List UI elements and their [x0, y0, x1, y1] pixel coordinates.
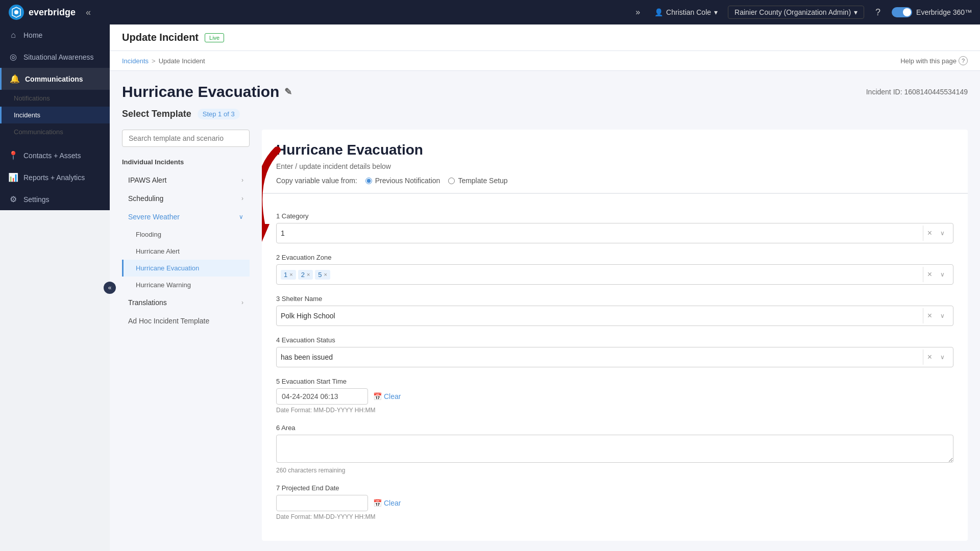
step-label: Step 1 of 3 [198, 109, 240, 119]
template-group-translations-header[interactable]: Translations › [122, 293, 250, 312]
sidebar-item-home[interactable]: ⌂ Home [0, 24, 110, 46]
field-category: 1 Category 1 × ∨ [276, 212, 953, 243]
field-evacuation-status-clear-button[interactable]: × [923, 349, 936, 365]
field-shelter-name-clear-button[interactable]: × [923, 308, 936, 323]
forward-nav-button[interactable]: » [631, 6, 644, 19]
form-header: Hurricane Evacuation Enter / update inci… [262, 130, 968, 193]
sidebar-sub-incidents[interactable]: Incidents [0, 107, 110, 123]
field-projected-end-date-clear-button[interactable]: 📅 Clear [373, 499, 401, 507]
field-category-chevron-button[interactable]: ∨ [936, 227, 949, 240]
tag-zone-5-remove[interactable]: × [324, 271, 327, 278]
incident-title-text: Hurricane Evacuation [122, 83, 279, 101]
help-button[interactable]: ? [870, 5, 886, 20]
sidebar-collapse-button[interactable]: « [104, 282, 116, 294]
field-projected-end-date: 7 Projected End Date 📅 Clear Date Fo [276, 484, 953, 520]
severe-weather-chevron-icon: ∨ [239, 213, 243, 220]
ipaws-label: IPAWS Alert [128, 176, 166, 184]
sidebar-sub-communications[interactable]: Communications [0, 123, 110, 140]
template-list: IPAWS Alert › Scheduling › [122, 171, 250, 541]
sidebar-item-reports-analytics[interactable]: 📊 Reports + Analytics [0, 166, 110, 188]
search-input[interactable] [122, 130, 250, 147]
field-evacuation-start-time-row: 📅 Clear [276, 388, 953, 405]
sidebar-item-settings[interactable]: ⚙ Settings [0, 188, 110, 210]
radio-previous-input[interactable] [365, 178, 372, 184]
scheduling-label: Scheduling [128, 194, 163, 203]
field-evacuation-status-value: has been issued [281, 353, 923, 361]
everbridge-360-toggle[interactable] [892, 7, 912, 17]
field-evacuation-start-time-input[interactable] [276, 388, 368, 405]
template-group-severe-weather-header[interactable]: Severe Weather ∨ [122, 208, 250, 226]
field-shelter-name-actions: × ∨ [923, 308, 949, 323]
user-menu[interactable]: 👤 Christian Cole ▾ [650, 6, 722, 18]
field-area-text: Area [281, 424, 295, 432]
sidebar-wrapper: ⌂ Home ◎ Situational Awareness 🔔 Communi… [0, 24, 110, 551]
help-text: Help with this page [900, 57, 957, 65]
field-evacuation-zone-tags-row: 1 × 2 × 5 × × ∨ [277, 265, 953, 284]
breadcrumb-incidents-link[interactable]: Incidents [122, 57, 149, 65]
form-divider [262, 193, 968, 194]
field-evacuation-status-chevron-button[interactable]: ∨ [936, 350, 949, 364]
field-category-value: 1 [281, 229, 923, 237]
sidebar-item-contacts-assets[interactable]: 📍 Contacts + Assets [0, 144, 110, 166]
template-item-hurricane-evacuation[interactable]: Hurricane Evacuation [122, 260, 250, 277]
collapse-sidebar-button[interactable]: « [82, 5, 95, 20]
field-evacuation-start-time-format: Date Format: MM-DD-YYYY HH:MM [276, 407, 953, 414]
everbridge-360-label: Everbridge 360™ [916, 8, 972, 16]
field-evacuation-status-control[interactable]: has been issued × ∨ [276, 347, 953, 367]
sidebar-item-communications[interactable]: 🔔 Communications [0, 68, 110, 90]
radio-previous-notification[interactable]: Previous Notification [365, 177, 440, 185]
tag-zone-1-remove[interactable]: × [289, 271, 292, 278]
field-evacuation-zone-control[interactable]: 1 × 2 × 5 × × ∨ [276, 264, 953, 285]
field-evacuation-zone-label: 2 Evacuation Zone [276, 254, 953, 261]
severe-weather-sub-list: Flooding Hurricane Alert Hurricane Evacu… [122, 226, 250, 293]
template-group-scheduling-header[interactable]: Scheduling › [122, 189, 250, 208]
field-shelter-name: 3 Shelter Name Polk High School × ∨ [276, 295, 953, 326]
field-category-control[interactable]: 1 × ∨ [276, 223, 953, 243]
field-evacuation-zone-clear-button[interactable]: × [923, 267, 936, 282]
radio-template-setup[interactable]: Template Setup [448, 177, 507, 185]
tag-zone-5: 5 × [315, 270, 330, 280]
field-evacuation-zone-chevron-button[interactable]: ∨ [936, 268, 949, 281]
field-area-textarea[interactable] [276, 435, 953, 463]
incident-title: Hurricane Evacuation ✎ [122, 83, 292, 101]
field-evacuation-status: 4 Evacuation Status has been issued × ∨ [276, 336, 953, 367]
field-area-label: 6 Area [276, 424, 953, 432]
template-item-hurricane-warning[interactable]: Hurricane Warning [122, 277, 250, 293]
sidebar-sub-notifications[interactable]: Notifications [0, 90, 110, 107]
incident-id-label: Incident ID: [866, 88, 902, 96]
org-menu[interactable]: Rainier County (Organization Admin) ▾ [728, 6, 864, 19]
edit-incident-title-button[interactable]: ✎ [284, 86, 292, 97]
tag-zone-2-remove[interactable]: × [307, 271, 310, 278]
template-item-ad-hoc[interactable]: Ad Hoc Incident Template [122, 312, 250, 330]
clear-text-2: Clear [384, 499, 401, 507]
template-group-ipaws-header[interactable]: IPAWS Alert › [122, 171, 250, 189]
field-evacuation-start-time-text: Evacuation Start Time [282, 378, 347, 385]
navbar-right: » 👤 Christian Cole ▾ Rainier County (Org… [631, 5, 972, 20]
field-shelter-name-control[interactable]: Polk High School × ∨ [276, 306, 953, 326]
field-evacuation-status-actions: × ∨ [923, 349, 949, 365]
field-projected-end-date-input[interactable] [276, 495, 368, 511]
category-label: Individual Incidents [122, 155, 250, 169]
field-area-number: 6 [276, 424, 281, 432]
breadcrumb-separator: > [152, 57, 156, 65]
field-evacuation-status-text: Evacuation Status [282, 336, 335, 344]
template-panel: Individual Incidents IPAWS Alert › [122, 130, 250, 541]
field-category-clear-button[interactable]: × [923, 226, 936, 241]
step-header: Select Template Step 1 of 3 [122, 109, 968, 119]
template-item-hurricane-alert[interactable]: Hurricane Alert [122, 243, 250, 260]
help-this-page[interactable]: Help with this page ? [900, 56, 968, 65]
field-evacuation-zone-number: 2 [276, 254, 282, 261]
radio-template-input[interactable] [448, 178, 455, 184]
field-category-actions: × ∨ [923, 226, 949, 241]
field-shelter-name-label: 3 Shelter Name [276, 295, 953, 303]
communications-icon: 🔔 [10, 74, 20, 84]
sidebar-item-situational-awareness[interactable]: ◎ Situational Awareness [0, 46, 110, 68]
field-projected-end-date-row: 📅 Clear [276, 495, 953, 511]
tag-zone-2: 2 × [298, 270, 313, 280]
field-shelter-name-chevron-button[interactable]: ∨ [936, 309, 949, 322]
breadcrumb: Incidents > Update Incident Help with th… [110, 51, 980, 71]
copy-vars-label: Copy variable value from: [276, 177, 357, 185]
situational-awareness-icon: ◎ [8, 52, 18, 62]
field-evacuation-start-time-clear-button[interactable]: 📅 Clear [373, 392, 401, 400]
template-item-flooding[interactable]: Flooding [122, 226, 250, 243]
